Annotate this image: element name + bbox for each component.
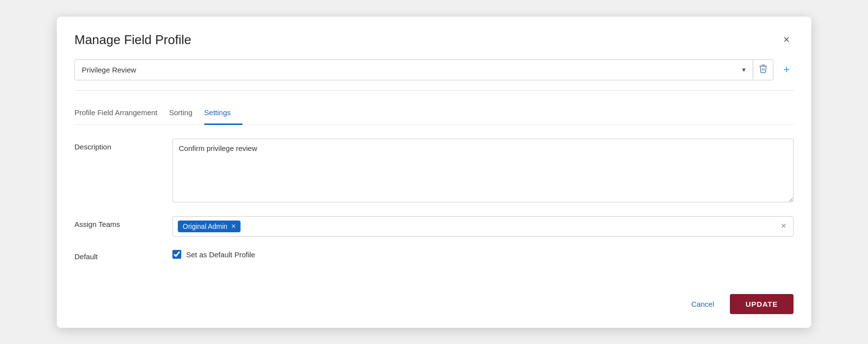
assign-teams-row: Assign Teams Original Admin × × xyxy=(74,216,794,237)
description-control xyxy=(172,139,794,204)
update-button[interactable]: UPDATE xyxy=(730,294,794,314)
profile-dropdown-value: Privilege Review xyxy=(82,66,136,74)
tab-sorting[interactable]: Sorting xyxy=(169,102,204,125)
modal-header: Manage Field Profile × xyxy=(74,32,794,48)
settings-form: Description Assign Teams Original Admin … xyxy=(74,139,794,282)
assign-teams-field[interactable]: Original Admin × × xyxy=(172,216,794,237)
cancel-button[interactable]: Cancel xyxy=(683,295,722,313)
modal-title: Manage Field Profile xyxy=(74,32,191,48)
team-tag: Original Admin × xyxy=(178,221,241,232)
tab-profile-field-arrangement[interactable]: Profile Field Arrangement xyxy=(74,102,169,125)
tab-settings[interactable]: Settings xyxy=(204,102,242,125)
team-tag-label: Original Admin xyxy=(183,222,227,230)
assign-teams-control: Original Admin × × xyxy=(172,216,794,237)
tabs-row: Profile Field Arrangement Sorting Settin… xyxy=(74,102,794,125)
default-checkbox-text: Set as Default Profile xyxy=(186,250,255,259)
default-checkbox[interactable] xyxy=(172,250,181,259)
assign-teams-clear-button[interactable]: × xyxy=(779,221,788,231)
description-label: Description xyxy=(74,139,172,151)
description-row: Description xyxy=(74,139,794,204)
profile-dropdown[interactable]: Privilege Review ▾ xyxy=(75,61,752,79)
profile-selector-row: Privilege Review ▾ + xyxy=(74,59,794,80)
modal-footer: Cancel UPDATE xyxy=(74,294,794,314)
default-control: Set as Default Profile xyxy=(172,250,794,259)
plus-icon: + xyxy=(783,63,790,75)
team-tag-remove-button[interactable]: × xyxy=(231,222,236,230)
default-checkbox-label[interactable]: Set as Default Profile xyxy=(172,250,794,259)
chevron-down-icon: ▾ xyxy=(742,66,746,74)
delete-profile-button[interactable] xyxy=(753,60,773,80)
default-label: Default xyxy=(74,248,172,261)
assign-teams-label: Assign Teams xyxy=(74,216,172,228)
section-divider xyxy=(74,90,794,91)
description-textarea[interactable] xyxy=(172,139,794,202)
default-row: Default Set as Default Profile xyxy=(74,248,794,261)
manage-field-profile-modal: Manage Field Profile × Privilege Review … xyxy=(57,17,811,328)
close-button[interactable]: × xyxy=(779,32,794,47)
trash-icon xyxy=(758,64,768,74)
add-profile-button[interactable]: + xyxy=(779,61,794,78)
